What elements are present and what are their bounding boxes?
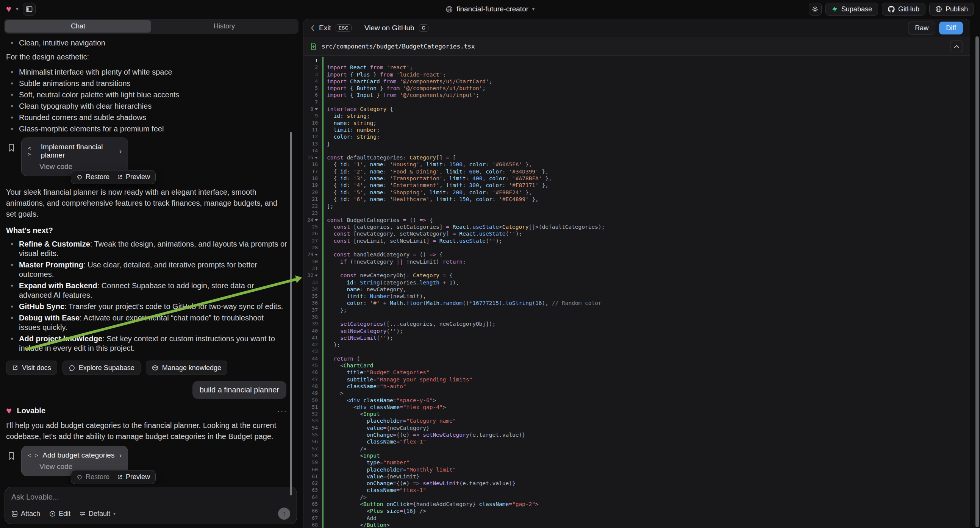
- manage-knowledge-label: Manage knowledge: [162, 364, 221, 372]
- publish-button[interactable]: Publish: [929, 3, 974, 16]
- view-code-link[interactable]: View code: [40, 162, 122, 171]
- logo-menu-chevron-icon[interactable]: ▾: [16, 6, 18, 12]
- publish-button-label: Publish: [945, 5, 968, 13]
- github-button[interactable]: GitHub: [882, 3, 926, 16]
- file-path: src/components/budget/BudgetCategories.t…: [321, 43, 475, 50]
- bookmark-icon[interactable]: [8, 143, 15, 152]
- fold-chevron-icon[interactable]: [315, 275, 318, 277]
- project-switcher[interactable]: financial-future-creator ▾: [445, 5, 535, 13]
- code-line: 21 { id: '6', name: 'Healthcare', limit:…: [304, 196, 970, 203]
- sidebar-toggle-button[interactable]: [23, 3, 36, 16]
- prompt-composer: Attach Edit Default ▾ ↑: [5, 487, 297, 524]
- restore-label: Restore: [86, 473, 110, 481]
- exit-button[interactable]: Exit ESC: [310, 24, 352, 32]
- bookmark-icon[interactable]: [8, 452, 15, 460]
- supabase-button[interactable]: Supabase: [826, 3, 878, 16]
- list-item-lead: Refine & Customize: [19, 240, 90, 248]
- code-line: 61 value={newLimit}: [304, 473, 970, 480]
- list-item: Soft, neutral color palette with light b…: [6, 90, 287, 100]
- preview-button[interactable]: Preview: [117, 473, 150, 481]
- chat-panel: Chat History Clean, intuitive navigation…: [0, 18, 302, 528]
- chat-message-list[interactable]: Clean, intuitive navigation For the desi…: [0, 34, 302, 484]
- diff-toggle-button[interactable]: Diff: [939, 22, 963, 35]
- code-line: 22];: [304, 203, 970, 210]
- code-line: 39 setCategories([...categories, newCate…: [304, 320, 970, 327]
- explore-supabase-button[interactable]: Explore Supabase: [62, 361, 140, 375]
- chevron-right-icon[interactable]: ›: [119, 147, 122, 155]
- version-card-add-budget-categories[interactable]: < > Add budget categories › View code Re…: [21, 446, 128, 476]
- explore-supabase-label: Explore Supabase: [79, 364, 134, 372]
- code-line: 2import React from 'react';: [304, 64, 970, 71]
- raw-toggle-button[interactable]: Raw: [908, 22, 935, 35]
- code-line: 11 limit: number;: [304, 127, 970, 133]
- lovable-avatar-icon: ♥: [6, 406, 12, 415]
- code-line: 55 onChange={(e) => setNewCategory(e.tar…: [304, 431, 970, 438]
- code-line: 56 className="flex-1": [304, 438, 970, 445]
- fold-chevron-icon[interactable]: [315, 254, 318, 256]
- restore-button[interactable]: Restore: [76, 473, 110, 481]
- code-editor[interactable]: 12import React from 'react';3import { Pl…: [304, 56, 970, 528]
- attach-button[interactable]: Attach: [11, 510, 40, 518]
- globe-icon: [445, 6, 453, 13]
- manage-knowledge-button[interactable]: Manage knowledge: [146, 361, 227, 375]
- code-line: 25 const [categories, setCategories] = R…: [304, 223, 970, 230]
- top-bar: ♥ ▾ financial-future-creator ▾ Supabase …: [0, 0, 980, 18]
- code-line: 50 <div className="space-y-6">: [304, 397, 970, 404]
- fold-chevron-icon[interactable]: [315, 108, 318, 110]
- code-line: 65 <Button onClick={handleAddCategory} c…: [304, 501, 970, 507]
- settings-button[interactable]: [809, 3, 822, 16]
- view-on-github-button[interactable]: View on GitHub G: [364, 24, 429, 32]
- code-line: 29 const handleAddCategory = () => {: [304, 251, 970, 258]
- code-line: 7: [304, 99, 970, 106]
- code-line: 35 limit: Number(newLimit),: [304, 293, 970, 300]
- visit-docs-button[interactable]: Visit docs: [6, 361, 57, 375]
- tab-history[interactable]: History: [151, 20, 298, 33]
- chat-scrollbar-thumb[interactable]: [290, 132, 292, 495]
- user-message-bubble: build a financial planner: [192, 381, 286, 399]
- view-code-link[interactable]: View code: [40, 463, 122, 471]
- file-header[interactable]: src/components/budget/BudgetCategories.t…: [304, 37, 970, 56]
- code-line: 67 Add: [304, 515, 970, 522]
- model-selector[interactable]: Default ▾: [80, 510, 116, 518]
- project-title: financial-future-creator: [457, 5, 528, 13]
- external-link-icon: [117, 174, 123, 180]
- restore-icon: [76, 474, 83, 480]
- restore-label: Restore: [86, 173, 110, 181]
- prompt-input[interactable]: [11, 493, 290, 501]
- tab-chat[interactable]: Chat: [5, 20, 151, 33]
- code-line: 12 color: string;: [304, 133, 970, 140]
- code-line: 9 id: string;: [304, 113, 970, 119]
- code-line: 57 />: [304, 445, 970, 452]
- version-card-toolbar: Restore Preview: [71, 170, 156, 184]
- lovable-logo-icon[interactable]: ♥: [6, 5, 11, 14]
- github-icon: [888, 6, 895, 13]
- preview-button[interactable]: Preview: [117, 173, 150, 181]
- code-line: 17 { id: '2', name: 'Food & Dining', lim…: [304, 168, 970, 175]
- code-line: 4import ChartCard from '@/components/ui/…: [304, 78, 970, 85]
- version-card-toolbar: Restore Preview: [71, 470, 156, 484]
- version-card-implement-financial-planner[interactable]: < > Implement financial planner › View c…: [21, 137, 128, 176]
- chevron-right-icon[interactable]: ›: [119, 451, 122, 460]
- list-item: Clean, intuitive navigation: [6, 38, 287, 48]
- window-scrollbar-thumb[interactable]: [975, 37, 979, 527]
- message-menu-button[interactable]: ···: [277, 406, 287, 415]
- send-button[interactable]: ↑: [278, 507, 290, 520]
- fold-chevron-icon[interactable]: [315, 219, 318, 221]
- code-line: 42 };: [304, 341, 970, 348]
- list-item: Master Prompting: Use clear, detailed, a…: [6, 260, 287, 279]
- chat-bubble-icon: [68, 365, 75, 371]
- code-line: 20 { id: '5', name: 'Shopping', limit: 2…: [304, 189, 970, 196]
- code-line: 64 />: [304, 494, 970, 501]
- list-item: Glass-morphic elements for a premium fee…: [6, 124, 287, 134]
- fold-chevron-icon[interactable]: [315, 157, 318, 159]
- code-line: 27 const [newLimit, setNewLimit] = React…: [304, 237, 970, 244]
- code-view-panel: Exit ESC View on GitHub G Raw Diff src/c…: [303, 19, 970, 528]
- list-item-text: : Transfer your project's code to GitHub…: [64, 302, 283, 310]
- edit-mode-button[interactable]: Edit: [49, 510, 70, 518]
- collapse-file-button[interactable]: [950, 41, 963, 52]
- list-item: Expand with Backend: Connect Supabase to…: [6, 281, 287, 300]
- code-line: 1: [304, 57, 970, 64]
- next-steps-list: Refine & Customize: Tweak the design, an…: [6, 239, 287, 353]
- code-line: 14: [304, 147, 970, 154]
- restore-button[interactable]: Restore: [76, 173, 110, 181]
